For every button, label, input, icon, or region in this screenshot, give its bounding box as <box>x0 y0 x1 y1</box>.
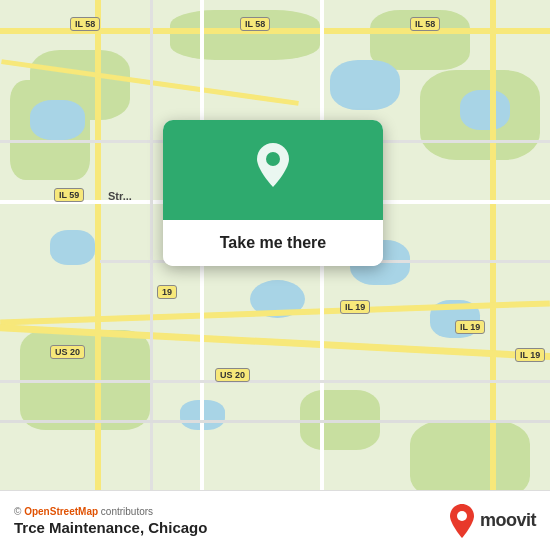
osm-attribution: © OpenStreetMap contributors <box>14 506 207 517</box>
svg-point-0 <box>266 152 280 166</box>
osm-credit-pre: © <box>14 506 24 517</box>
location-popup: Take me there <box>163 120 383 266</box>
town-label: Str... <box>108 190 132 202</box>
road-badge-us20-2: US 20 <box>215 368 250 382</box>
take-me-there-button[interactable]: Take me there <box>163 220 383 266</box>
water-body <box>30 100 85 140</box>
road-badge-il58-2: IL 58 <box>240 17 270 31</box>
osm-link[interactable]: OpenStreetMap <box>24 506 98 517</box>
water-body <box>50 230 95 265</box>
svg-point-1 <box>457 511 467 521</box>
road-badge-il19-1: IL 19 <box>340 300 370 314</box>
bottom-bar: © OpenStreetMap contributors Trce Mainte… <box>0 490 550 550</box>
road-badge-19: 19 <box>157 285 177 299</box>
moovit-logo: moovit <box>448 504 536 538</box>
road-vert-right <box>490 0 496 490</box>
water-body <box>330 60 400 110</box>
water-body <box>460 90 510 130</box>
green-area <box>410 420 530 490</box>
map-view[interactable]: Str... IL 58 IL 58 IL 58 IL 59 IL 19 IL … <box>0 0 550 490</box>
bottom-info: © OpenStreetMap contributors Trce Mainte… <box>14 506 207 536</box>
road-badge-il19-3: IL 19 <box>515 348 545 362</box>
road-badge-us20-1: US 20 <box>50 345 85 359</box>
road-local <box>150 0 153 490</box>
road-badge-il58-3: IL 58 <box>410 17 440 31</box>
moovit-pin-icon <box>448 504 476 538</box>
road-local <box>0 380 550 383</box>
location-pin-icon <box>251 143 295 197</box>
place-name: Trce Maintenance, Chicago <box>14 519 207 536</box>
road-local <box>0 420 550 423</box>
moovit-brand-text: moovit <box>480 510 536 531</box>
osm-credit-post: contributors <box>98 506 153 517</box>
popup-header <box>163 120 383 220</box>
road-badge-il59: IL 59 <box>54 188 84 202</box>
road-badge-il19-2: IL 19 <box>455 320 485 334</box>
road-badge-il58-1: IL 58 <box>70 17 100 31</box>
